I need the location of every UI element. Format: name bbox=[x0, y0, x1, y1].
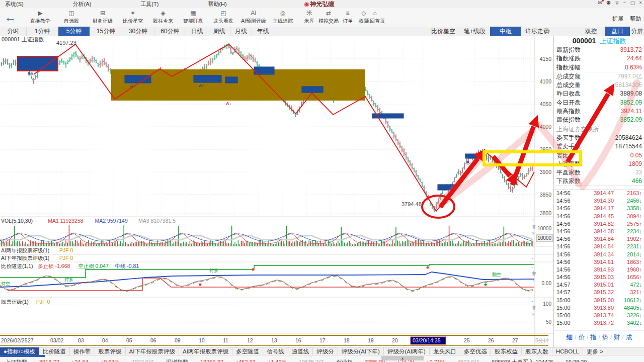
view-tab-详尽走势[interactable]: 详尽走势 bbox=[521, 27, 553, 36]
indicator-tab-●指标/○模板[interactable]: ●指标/○模板 bbox=[0, 347, 39, 355]
period-tab-周线[interactable]: 周线 bbox=[208, 27, 230, 36]
tick-list[interactable]: 14:563914.472163↑14:563914.302456↓14:563… bbox=[554, 190, 644, 327]
tab-separator: / bbox=[610, 334, 612, 340]
menu-item-3[interactable]: 帮助(H) bbox=[203, 0, 231, 9]
svg-text:11: 11 bbox=[223, 337, 228, 343]
indicator-tab-股东权益[interactable]: 股东权益 bbox=[491, 347, 522, 355]
toolbar-label: 财务评级 bbox=[88, 18, 117, 25]
indicator-tab-评级分(AI下年)[interactable]: 评级分(AI下年) bbox=[338, 347, 384, 355]
svg-text:-: - bbox=[532, 299, 533, 304]
status-item: 7997.0亿 bbox=[131, 359, 154, 362]
indicator-tab-HCBOLL[interactable]: HCBOLL bbox=[552, 347, 583, 355]
tick-time: 15:00 bbox=[556, 297, 578, 304]
quote-label: 指数涨幅 bbox=[556, 63, 581, 72]
period-tab-1分钟[interactable]: 1分钟 bbox=[27, 27, 58, 36]
panel-tab-财[interactable]: 财 bbox=[614, 334, 620, 341]
tick-row: 14:563914.841902↑ bbox=[554, 235, 644, 243]
menu-item-0[interactable]: 系统(S) bbox=[0, 0, 29, 9]
panel-tab-指[interactable]: 指 bbox=[590, 334, 597, 341]
tick-row: 15:003915.0010612↓ bbox=[554, 297, 644, 304]
indicator-tab-评级分(AI两年)[interactable]: 评级分(AI两年) bbox=[384, 347, 430, 355]
indicator-tab-AI下年报股票评级[interactable]: AI下年报股票评级 bbox=[126, 347, 179, 355]
tick-time: 14:56 bbox=[556, 220, 578, 228]
view-tab-盘口[interactable]: 盘口 bbox=[605, 27, 630, 36]
menu-item-2[interactable]: 工具(T) bbox=[135, 0, 164, 9]
toolbar-button-finance-rating[interactable]: ⊞财务评级 bbox=[88, 9, 117, 25]
period-tab-30分钟[interactable]: 30分钟 bbox=[122, 27, 154, 36]
view-tab-笔+线段[interactable]: 笔+线段 bbox=[459, 27, 490, 36]
help-button[interactable]: 帮助 bbox=[630, 16, 641, 22]
window-controls: ✉⚉♕−▢× bbox=[594, 0, 642, 8]
restore-icon[interactable]: ▢ bbox=[630, 0, 635, 6]
svg-text:-: - bbox=[532, 256, 533, 261]
indicator-tab-多空隧道[interactable]: 多空隧道 bbox=[232, 347, 263, 355]
period-tab-分时[interactable]: 分时 bbox=[0, 27, 27, 36]
indicator-tab-龙头风口[interactable]: 龙头风口 bbox=[430, 347, 460, 355]
view-tab-分屏[interactable]: 分屏 bbox=[630, 27, 644, 36]
view-tab-双控[interactable]: 双控 bbox=[577, 27, 605, 36]
svg-text:持多: 持多 bbox=[209, 268, 218, 273]
quote-row-最低指数: 最低指数3852.09 bbox=[554, 116, 644, 125]
panel-tab-价[interactable]: 价 bbox=[578, 334, 585, 341]
tick-row: 14:563915.031656↑ bbox=[554, 274, 644, 281]
quote-label: 委比 bbox=[556, 151, 569, 160]
period-tab-日线[interactable]: 日线 bbox=[186, 27, 208, 36]
quote-value: 7997.0亿 bbox=[617, 72, 642, 81]
period-tab-月线[interactable]: 月线 bbox=[230, 27, 252, 36]
tick-time: 14:56 bbox=[556, 243, 578, 250]
view-tab-比价星空[interactable]: 比价星空 bbox=[428, 27, 459, 36]
svg-text:50: 50 bbox=[546, 319, 552, 325]
period-tab-60分钟[interactable]: 60分钟 bbox=[154, 27, 186, 36]
tick-time: 14:56 bbox=[556, 213, 578, 220]
indicator-tab-多空优选[interactable]: 多空优选 bbox=[460, 347, 491, 355]
quote-label: 总成交额 bbox=[556, 72, 581, 81]
svg-text:B↑: B↑ bbox=[466, 160, 472, 165]
svg-text:PJF 0: PJF 0 bbox=[59, 247, 73, 253]
indicator-tab-比价隧道[interactable]: 比价隧道 bbox=[39, 347, 70, 355]
menu-item-1[interactable]: 分析(A) bbox=[68, 0, 97, 9]
indicator-tab-股票评级[interactable]: 股票评级 bbox=[95, 347, 126, 355]
scrollbar-thumb[interactable]: ▲ bbox=[381, 356, 424, 360]
toolbar-button-ai-predict-rating[interactable]: AIAI预测评级 bbox=[239, 9, 268, 25]
indicator-tab-信号线[interactable]: 信号线 bbox=[263, 347, 288, 355]
toolbar-button-leader-watch[interactable]: ◰龙头看盘 bbox=[209, 9, 238, 25]
toolbar-button-price-star-sky[interactable]: ✶比价星空 bbox=[118, 9, 147, 25]
indicator-tab-AI两年报股票评级[interactable]: AI两年报股票评级 bbox=[179, 347, 232, 355]
quote-row-下跌家数: 下跌家数466 bbox=[554, 177, 644, 186]
toolbar-button-back-home[interactable]: ⌂返回首页 bbox=[360, 9, 389, 25]
close-icon[interactable]: × bbox=[639, 0, 642, 6]
tick-volume: 48405↓ bbox=[614, 304, 642, 312]
expand-button[interactable]: 扩展 bbox=[612, 16, 623, 22]
mail-icon[interactable]: ✉ bbox=[598, 0, 602, 6]
user-icon[interactable]: ⚉ bbox=[606, 0, 611, 6]
period-tab-15分钟[interactable]: 15分钟 bbox=[90, 27, 122, 36]
panel-tab-势[interactable]: 势 bbox=[602, 334, 609, 341]
quote-label: 指数涨跌 bbox=[556, 54, 581, 63]
svg-text:100: 100 bbox=[543, 301, 551, 307]
chart-area[interactable]: 5A↑A↑A↑A↓A↑B↑4197.233794.48000001 上证指数VO… bbox=[0, 36, 553, 347]
toolbar-button-live-teaching[interactable]: ▶直播教学 bbox=[26, 9, 55, 25]
panel-tab-成[interactable]: 成 bbox=[626, 334, 632, 341]
back-button[interactable]: ← bbox=[4, 10, 17, 24]
app-window: 系统(S)分析(A)工具(T)帮助(H) ◉神光弘缠 ✉⚉♕−▢× ← 扩展 帮… bbox=[0, 0, 644, 362]
svg-text:18: 18 bbox=[344, 337, 350, 343]
minimize-icon[interactable]: − bbox=[623, 0, 626, 6]
quote-row-指数涨跌: 指数涨跌24.64 bbox=[554, 54, 644, 63]
indicator-tab-股东人数[interactable]: 股东人数 bbox=[522, 347, 552, 355]
toolbar-button-watchlist[interactable]: ◫自选股 bbox=[57, 9, 86, 25]
indicator-tab-通道线[interactable]: 通道线 bbox=[288, 347, 313, 355]
scrollbar-thumb-left[interactable] bbox=[0, 355, 45, 357]
period-tab-5分钟[interactable]: 5分钟 bbox=[58, 27, 90, 36]
indicator-tab-bar: ●指标/○模板比价隧道操作带股票评级AI下年报股票评级AI两年报股票评级多空隧道… bbox=[0, 347, 644, 355]
period-tab-年线[interactable]: 年线 bbox=[252, 27, 274, 36]
quote-row-最新指数: 最新指数3913.72 bbox=[554, 46, 644, 54]
indicator-tab-评级分[interactable]: 评级分 bbox=[313, 347, 338, 355]
toolbar-button-stock-history[interactable]: ◈股往今来 bbox=[148, 9, 178, 25]
panel-tab-细[interactable]: 细 bbox=[567, 334, 573, 341]
rewards-icon[interactable]: ♕ bbox=[615, 0, 619, 6]
indicator-tab-操作带[interactable]: 操作带 bbox=[70, 347, 95, 355]
view-tab-中枢[interactable]: 中枢 bbox=[490, 27, 521, 36]
toolbar-button-mainline-tracking[interactable]: ◎主线追踪 bbox=[268, 9, 297, 25]
toolbar-button-smart-monitor[interactable]: ▦智能盯盘 bbox=[179, 9, 208, 25]
indicator-tab-更多 >[interactable]: 更多 > bbox=[583, 347, 607, 355]
